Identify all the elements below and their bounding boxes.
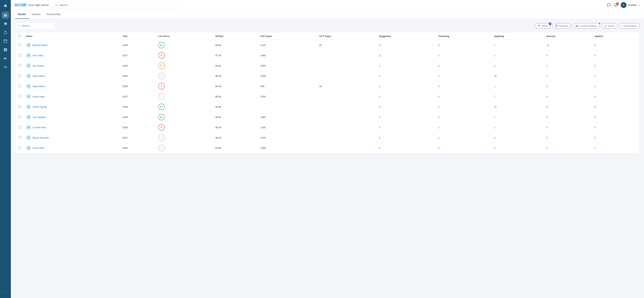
applying-val[interactable]: 7 xyxy=(494,44,495,46)
student-name[interactable]: Jimmy Aguilar xyxy=(32,106,47,108)
following-val[interactable]: 2 xyxy=(438,54,440,57)
queued-val[interactable]: 0 xyxy=(546,147,548,149)
following-val[interactable]: 0 xyxy=(438,116,440,119)
applied-val[interactable]: 0 xyxy=(594,44,596,46)
following-val[interactable]: 0 xyxy=(438,147,440,149)
select-all-checkbox[interactable] xyxy=(18,34,21,37)
suggested-val[interactable]: 0 xyxy=(379,95,380,98)
sidebar-item-calendar[interactable] xyxy=(2,37,9,45)
following-val[interactable]: 0 xyxy=(438,85,440,88)
sidebar-item-document[interactable] xyxy=(2,29,9,36)
student-name[interactable]: Amy Adair xyxy=(32,54,43,57)
student-name[interactable]: Mary Adams xyxy=(32,85,46,88)
queued-val[interactable]: 0 xyxy=(546,136,548,139)
suggested-val[interactable]: 0 xyxy=(379,147,380,149)
applying-val[interactable]: 1 xyxy=(494,126,495,129)
following-val[interactable]: 0 xyxy=(438,44,440,46)
student-name[interactable]: Carmen Akin xyxy=(32,126,46,129)
applying-val[interactable]: 7 xyxy=(494,116,495,119)
suggested-val[interactable]: 0 xyxy=(379,116,380,119)
roster-search-box[interactable] xyxy=(15,22,55,29)
applying-val[interactable]: 12 xyxy=(494,106,496,108)
applied-val[interactable]: 2 xyxy=(594,85,596,88)
header-search-box[interactable] xyxy=(53,2,179,8)
sort-icon[interactable]: ↑ xyxy=(34,35,35,37)
applying-val[interactable]: 4 xyxy=(494,64,495,67)
chat-button[interactable] xyxy=(607,3,611,7)
row-checkbox-9[interactable] xyxy=(18,136,21,139)
applying-val[interactable]: 7 xyxy=(494,95,495,98)
applying-val[interactable]: 15 xyxy=(494,75,496,77)
applied-val[interactable]: 0 xyxy=(594,116,596,119)
sidebar-item-megaphone[interactable] xyxy=(2,55,9,62)
row-checkbox-1[interactable] xyxy=(18,54,21,56)
row-checkbox-2[interactable] xyxy=(18,64,21,67)
applying-val[interactable]: 1 xyxy=(494,54,495,57)
export-button[interactable]: Export xyxy=(602,23,618,28)
suggested-val[interactable]: 0 xyxy=(379,106,380,108)
student-name[interactable]: Lois Aguilera xyxy=(32,116,46,119)
sidebar-item-list[interactable] xyxy=(2,63,9,71)
sidebar-item-home[interactable] xyxy=(2,2,9,9)
applied-val[interactable]: 0 xyxy=(594,136,596,139)
row-checkbox-5[interactable] xyxy=(18,95,21,98)
roster-search-input[interactable] xyxy=(22,24,52,27)
suggested-val[interactable]: 2 xyxy=(379,64,380,67)
applied-val[interactable]: 0 xyxy=(594,54,596,57)
row-checkbox-7[interactable] xyxy=(18,116,21,118)
row-checkbox-0[interactable] xyxy=(18,43,21,46)
applying-val[interactable]: 0 xyxy=(494,147,495,149)
tab-scholarships[interactable]: Scholarships xyxy=(44,10,64,19)
applying-val[interactable]: 0 xyxy=(494,136,495,139)
student-name[interactable]: Muriel Alameda xyxy=(32,136,49,139)
applied-val[interactable]: 0 xyxy=(594,95,596,98)
header-search-input[interactable] xyxy=(60,3,177,6)
following-val[interactable]: 2 xyxy=(438,106,440,108)
columns-button[interactable]: Columns xyxy=(552,23,571,28)
applying-val[interactable]: 1 xyxy=(494,85,495,88)
suggested-val[interactable]: 11 xyxy=(379,54,382,57)
tab-parents[interactable]: Parents xyxy=(29,10,43,19)
queued-val[interactable]: 2 xyxy=(546,64,548,67)
following-val[interactable]: 0 xyxy=(438,95,440,98)
queued-val[interactable]: 0 xyxy=(546,116,548,119)
queued-val[interactable]: 0 xyxy=(546,95,548,98)
queued-val[interactable]: 0 xyxy=(546,106,548,108)
applied-val[interactable]: 0 xyxy=(594,64,596,67)
sidebar-item-graduation[interactable] xyxy=(2,20,9,27)
row-checkbox-10[interactable] xyxy=(18,146,21,149)
user-menu[interactable]: C Cristina xyxy=(621,2,640,8)
queued-val[interactable]: 12 xyxy=(546,44,549,46)
following-val[interactable]: 2 xyxy=(438,75,440,77)
student-name[interactable]: Kate Adams xyxy=(32,75,45,77)
applied-val[interactable]: 0 xyxy=(594,126,596,129)
add-student-button[interactable]: + Add Student xyxy=(620,23,640,28)
suggested-val[interactable]: 0 xyxy=(379,126,380,129)
applied-val[interactable]: 1 xyxy=(594,147,596,149)
following-val[interactable]: 1 xyxy=(438,136,440,139)
student-name[interactable]: Aaron Allen xyxy=(32,147,45,149)
filters-button[interactable]: Filters 1 xyxy=(535,23,550,28)
sidebar-item-students[interactable] xyxy=(2,11,9,19)
student-name[interactable]: Manuel Abbott xyxy=(32,44,48,46)
notifications-button[interactable]: 1 xyxy=(614,3,618,7)
queued-val[interactable]: 9 xyxy=(546,85,548,88)
tab-roster[interactable]: Roster xyxy=(15,10,29,19)
suggested-val[interactable]: 0 xyxy=(379,136,380,139)
following-val[interactable]: 1 xyxy=(438,126,440,129)
following-val[interactable]: 0 xyxy=(438,64,440,67)
suggested-val[interactable]: 2 xyxy=(379,85,380,88)
applied-val[interactable]: 1 xyxy=(594,75,596,77)
row-checkbox-8[interactable] xyxy=(18,126,21,129)
student-name[interactable]: Joe Adams xyxy=(32,64,44,67)
queued-val[interactable]: 0 xyxy=(546,126,548,129)
applied-val[interactable]: 0 xyxy=(594,106,596,108)
sidebar-item-chart[interactable] xyxy=(2,46,9,53)
queued-val[interactable]: 0 xyxy=(546,54,548,57)
student-name[interactable]: Diane Agee xyxy=(32,95,45,98)
suggested-val[interactable]: 11 xyxy=(379,44,382,46)
suggested-val[interactable]: 4 xyxy=(379,75,380,77)
row-checkbox-6[interactable] xyxy=(18,105,21,108)
sidebar-item-more[interactable]: ··· xyxy=(2,289,9,296)
row-checkbox-4[interactable] xyxy=(18,85,21,87)
